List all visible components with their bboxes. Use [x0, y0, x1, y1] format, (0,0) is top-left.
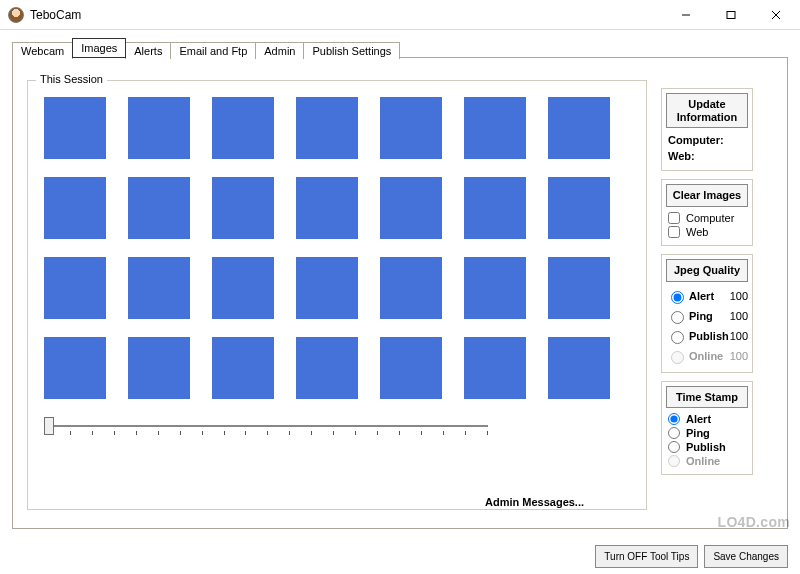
tab-alerts[interactable]: Alerts	[125, 42, 171, 59]
thumbnail[interactable]	[380, 97, 442, 159]
thumbnail[interactable]	[296, 177, 358, 239]
ts-online-radio	[668, 455, 680, 467]
jq-alert-row[interactable]: Alert 100	[666, 286, 748, 306]
tab-panel-images: This Session Admin Messages... Update In…	[12, 57, 788, 529]
thumbnail[interactable]	[44, 177, 106, 239]
thumbnail[interactable]	[548, 97, 610, 159]
client-area: Webcam Images Alerts Email and Ftp Admin…	[0, 30, 800, 537]
clear-computer-checkbox[interactable]: Computer	[666, 211, 748, 225]
thumbnail[interactable]	[212, 337, 274, 399]
time-stamp-legend: Time Stamp	[666, 386, 748, 409]
side-column: Update Information Computer: Web: Clear …	[661, 88, 753, 475]
thumbnail[interactable]	[380, 257, 442, 319]
thumbnail[interactable]	[128, 337, 190, 399]
jq-online-row: Online 100	[666, 346, 748, 366]
thumbnail[interactable]	[380, 337, 442, 399]
window-title: TeboCam	[30, 8, 81, 22]
ts-ping-row[interactable]: Ping	[666, 426, 748, 440]
save-changes-button[interactable]: Save Changes	[704, 545, 788, 569]
thumbnail[interactable]	[128, 177, 190, 239]
ts-online-row: Online	[666, 454, 748, 468]
ts-publish-row[interactable]: Publish	[666, 440, 748, 454]
jq-publish-radio[interactable]	[671, 331, 684, 344]
thumbnail[interactable]	[548, 177, 610, 239]
thumbnail[interactable]	[548, 337, 610, 399]
title-bar: TeboCam	[0, 0, 800, 30]
thumbnail-grid	[36, 93, 638, 399]
bottom-button-bar: Turn OFF Tool Tips Save Changes	[595, 545, 788, 569]
clear-web-input[interactable]	[668, 226, 680, 238]
computer-label: Computer:	[666, 134, 748, 146]
thumbnail[interactable]	[464, 97, 526, 159]
thumbnail[interactable]	[44, 337, 106, 399]
ts-alert-row[interactable]: Alert	[666, 412, 748, 426]
time-stamp-group: Time Stamp Alert Ping Publish Online	[661, 381, 753, 476]
slider-thumb[interactable]	[44, 417, 54, 435]
clear-web-checkbox[interactable]: Web	[666, 225, 748, 239]
clear-web-label: Web	[686, 226, 708, 238]
tab-webcam[interactable]: Webcam	[12, 42, 73, 59]
ts-publish-radio[interactable]	[668, 441, 680, 453]
minimize-button[interactable]	[663, 1, 708, 29]
thumbnail[interactable]	[296, 257, 358, 319]
window-controls	[663, 1, 798, 29]
thumbnail[interactable]	[128, 257, 190, 319]
jpeg-quality-legend: Jpeg Quality	[666, 259, 748, 282]
admin-messages-label: Admin Messages...	[485, 496, 584, 508]
clear-computer-label: Computer	[686, 212, 734, 224]
web-label: Web:	[666, 150, 748, 162]
thumbnail[interactable]	[128, 97, 190, 159]
tool-tips-button[interactable]: Turn OFF Tool Tips	[595, 545, 698, 569]
thumbnail[interactable]	[212, 257, 274, 319]
tab-admin[interactable]: Admin	[255, 42, 304, 59]
update-info-box: Update Information Computer: Web:	[661, 88, 753, 171]
close-button[interactable]	[753, 1, 798, 29]
clear-images-button[interactable]: Clear Images	[666, 184, 748, 207]
ts-alert-radio[interactable]	[668, 413, 680, 425]
thumbnail[interactable]	[296, 337, 358, 399]
jq-alert-radio[interactable]	[671, 291, 684, 304]
tab-strip: Webcam Images Alerts Email and Ftp Admin…	[12, 38, 788, 58]
tab-email-ftp[interactable]: Email and Ftp	[170, 42, 256, 59]
jq-ping-radio[interactable]	[671, 311, 684, 324]
clear-images-box: Clear Images Computer Web	[661, 179, 753, 246]
thumbnail[interactable]	[464, 177, 526, 239]
app-icon	[8, 7, 24, 23]
ts-ping-radio[interactable]	[668, 427, 680, 439]
thumbnail[interactable]	[548, 257, 610, 319]
thumbnail[interactable]	[44, 257, 106, 319]
thumbnail[interactable]	[212, 177, 274, 239]
thumbnail[interactable]	[212, 97, 274, 159]
session-slider[interactable]	[48, 425, 488, 435]
jq-publish-row[interactable]: Publish 100	[666, 326, 748, 346]
tab-publish-settings[interactable]: Publish Settings	[303, 42, 400, 59]
slider-ticks	[48, 431, 488, 435]
jq-ping-row[interactable]: Ping 100	[666, 306, 748, 326]
this-session-legend: This Session	[36, 73, 107, 85]
jq-online-radio	[671, 351, 684, 364]
thumbnail[interactable]	[44, 97, 106, 159]
clear-computer-input[interactable]	[668, 212, 680, 224]
tab-images[interactable]: Images	[72, 38, 126, 58]
maximize-button[interactable]	[708, 1, 753, 29]
svg-rect-1	[727, 11, 735, 18]
thumbnail[interactable]	[380, 177, 442, 239]
thumbnail[interactable]	[296, 97, 358, 159]
this-session-group: This Session	[27, 80, 647, 510]
thumbnail[interactable]	[464, 257, 526, 319]
thumbnail[interactable]	[464, 337, 526, 399]
watermark: LO4D.com	[718, 514, 790, 530]
update-information-button[interactable]: Update Information	[666, 93, 748, 128]
jpeg-quality-group: Jpeg Quality Alert 100 Ping 100 Publish …	[661, 254, 753, 373]
slider-track	[48, 425, 488, 427]
